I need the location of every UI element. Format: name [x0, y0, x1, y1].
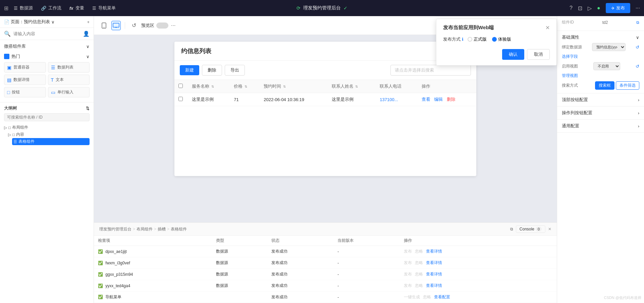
preview-switch[interactable] — [156, 23, 168, 29]
nav-variable[interactable]: fx 变量 — [69, 5, 84, 11]
breadcrumb-item-0[interactable]: 理发预约管理后台 — [99, 226, 131, 232]
tree-item-table[interactable]: ☰ 表格组件 — [12, 138, 90, 145]
row-time: 2022-06-04 10:36:19 — [260, 93, 327, 106]
check-action-1[interactable]: 忽略 — [423, 295, 431, 299]
search-icon: 🔍 — [4, 31, 11, 37]
th-actions: 操作 — [418, 80, 476, 93]
sort-icon[interactable]: ⇅ — [211, 85, 214, 88]
delete-button[interactable]: 删除 — [202, 65, 222, 76]
bind-data-select[interactable]: 预约信息(yyxx_te — [592, 43, 626, 51]
check-action-2[interactable]: 查看详情 — [426, 260, 442, 265]
check-action-0[interactable]: 发布 — [404, 249, 412, 254]
widget-datadetail[interactable]: ▤ 数据详情 — [4, 75, 46, 85]
select-field-link[interactable]: 选择字段 — [562, 54, 578, 59]
check-item-actions: 发布 忽略 查看详情 — [400, 280, 557, 292]
time-sort-icon[interactable]: ⇅ — [283, 85, 286, 88]
user-button[interactable]: ● — [597, 5, 600, 11]
widget-singleinput[interactable]: ▭ 单行输入 — [48, 87, 90, 97]
check-action-1[interactable]: 忽略 — [415, 283, 423, 288]
mobile-view-button[interactable] — [99, 21, 109, 30]
breadcrumb-item-1[interactable]: 布局组件 — [137, 226, 153, 232]
row-select-checkbox[interactable] — [178, 97, 183, 101]
breadcrumb-item-2[interactable]: 插槽 — [158, 226, 166, 232]
hot-toggle[interactable]: 热门 ∨ — [4, 52, 90, 61]
check-action-1[interactable]: 忽略 — [415, 260, 423, 265]
check-item-name: ✅ fwxm_i3g0vef — [94, 257, 212, 269]
modal-close-button[interactable]: ✕ — [545, 25, 550, 31]
enable-view-select[interactable]: 不启用 — [593, 62, 620, 70]
price-sort-icon[interactable]: ⇅ — [245, 85, 247, 88]
manage-view-link[interactable]: 管理视图 — [562, 73, 578, 79]
breadcrumb-item-3[interactable]: 表格组件 — [171, 226, 187, 232]
sidebar-search-input[interactable] — [13, 31, 80, 36]
bottom-panel-close-button[interactable]: ✕ — [548, 227, 551, 231]
modal-title: 发布当前应用到Web端 — [443, 25, 494, 31]
widget-datalist[interactable]: ☰ 数据列表 — [48, 62, 90, 73]
tree-layout-icon: □ — [8, 125, 11, 130]
preview-toggle[interactable]: 预览区 — [141, 23, 168, 29]
tree-item-content[interactable]: ▷ □ 内容 — [8, 131, 90, 138]
check-action-0[interactable]: 一键生成 — [404, 295, 420, 299]
radio-trial[interactable]: 体验版 — [492, 36, 511, 42]
refresh-button[interactable]: ↺ — [129, 21, 139, 30]
nav-datasource[interactable]: ☰ 数据源 — [14, 5, 33, 11]
copy-panel-icon[interactable]: ⧉ — [510, 227, 513, 231]
right-panel-header: 组件ID td2 ⧉ — [557, 16, 644, 31]
item-name: ggxx_p315m94 — [105, 272, 133, 277]
basic-props-toggle[interactable]: 基础属性 ∨ — [562, 34, 639, 40]
save-button[interactable]: ⊡ — [578, 5, 582, 11]
check-action-2[interactable]: 查看详情 — [426, 249, 442, 254]
nav-navmenu[interactable]: ☰ 导航菜单 — [92, 5, 116, 11]
edit-action[interactable]: 编辑 — [434, 97, 443, 102]
check-action-2[interactable]: 查看配置 — [434, 295, 450, 299]
watermark: CSDN @低代码布道师 — [604, 295, 641, 300]
widget-button[interactable]: □ 按钮 — [4, 87, 46, 97]
widget-container[interactable]: ▣ 普通容器 — [4, 62, 46, 73]
add-page-button[interactable]: + — [87, 19, 90, 25]
publish-button[interactable]: ✈ 发布 — [606, 3, 630, 13]
page-title-selector[interactable]: 📄 页面：预约信息列表 ∨ — [4, 19, 55, 25]
check-action-2[interactable]: 查看详情 — [426, 283, 442, 288]
search-frame-button[interactable]: 搜索框 — [595, 81, 614, 90]
view-action[interactable]: 查看 — [422, 97, 430, 102]
enable-view-row: 启用视图 不启用 ↺ — [562, 62, 639, 70]
outline-search-input[interactable] — [4, 113, 90, 121]
canvas-more-button[interactable]: ··· — [171, 23, 175, 29]
user-icon: 👤 — [83, 31, 90, 37]
breadcrumb-sep-1: > — [154, 227, 156, 231]
play-button[interactable]: ▷ — [588, 5, 592, 11]
modal-cancel-button[interactable]: 取消 — [527, 49, 550, 60]
delete-action[interactable]: 删除 — [447, 97, 455, 102]
radio-trial-label: 体验版 — [498, 36, 511, 42]
check-action-0[interactable]: 发布 — [404, 260, 412, 265]
view-refresh-icon[interactable]: ↺ — [636, 64, 639, 69]
th-check-type: 类型 — [212, 236, 267, 246]
table-search[interactable]: 请点击并选择后搜索 — [390, 65, 471, 76]
grid-icon[interactable]: ⊞ — [4, 5, 8, 11]
help-button[interactable]: ? — [570, 5, 573, 11]
datasource-refresh-icon[interactable]: ↺ — [636, 45, 639, 50]
check-action-2[interactable]: 查看详情 — [426, 272, 442, 276]
radio-formal[interactable]: 正式版 — [468, 36, 487, 42]
select-all-checkbox[interactable] — [178, 84, 183, 88]
check-action-1[interactable]: 忽略 — [415, 249, 423, 254]
new-button[interactable]: 新建 — [180, 65, 199, 75]
nav-workflow[interactable]: 🔗 工作流 — [41, 5, 61, 11]
tree-item-layout[interactable]: ▷ □ 布局组件 — [4, 124, 90, 131]
check-action-0[interactable]: 发布 — [404, 272, 412, 276]
desktop-view-button[interactable] — [111, 21, 121, 30]
common-config-toggle[interactable]: 通用配置 › — [562, 123, 639, 129]
copy-icon[interactable]: ⧉ — [636, 20, 639, 25]
action-btn-config-toggle[interactable]: 操作列按钮配置 › — [562, 110, 639, 116]
more-button[interactable]: ··· — [636, 5, 640, 11]
console-button[interactable]: Console 0 — [516, 225, 545, 233]
widget-lib-toggle[interactable]: 微搭组件库 ∨ — [4, 42, 90, 51]
check-action-1[interactable]: 忽略 — [415, 272, 423, 276]
widget-text[interactable]: T 文本 — [48, 75, 90, 85]
check-action-0[interactable]: 发布 — [404, 283, 412, 288]
modal-confirm-button[interactable]: 确认 — [502, 49, 524, 60]
export-button[interactable]: 导出 — [225, 65, 245, 76]
filter-button[interactable]: 条件筛选 — [616, 81, 639, 90]
contact-sort-icon[interactable]: ⇅ — [355, 85, 358, 88]
top-btn-config-toggle[interactable]: 顶部按钮配置 › — [562, 97, 639, 103]
